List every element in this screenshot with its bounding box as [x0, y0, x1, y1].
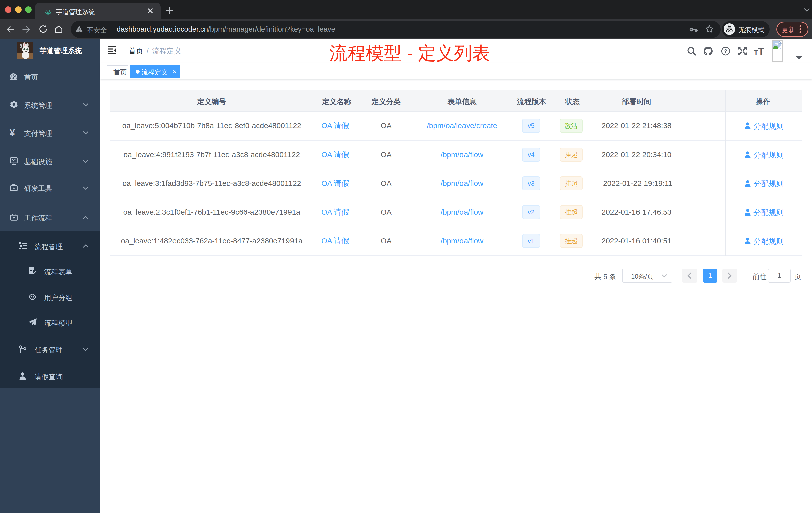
svg-text:?: ? [724, 48, 727, 54]
